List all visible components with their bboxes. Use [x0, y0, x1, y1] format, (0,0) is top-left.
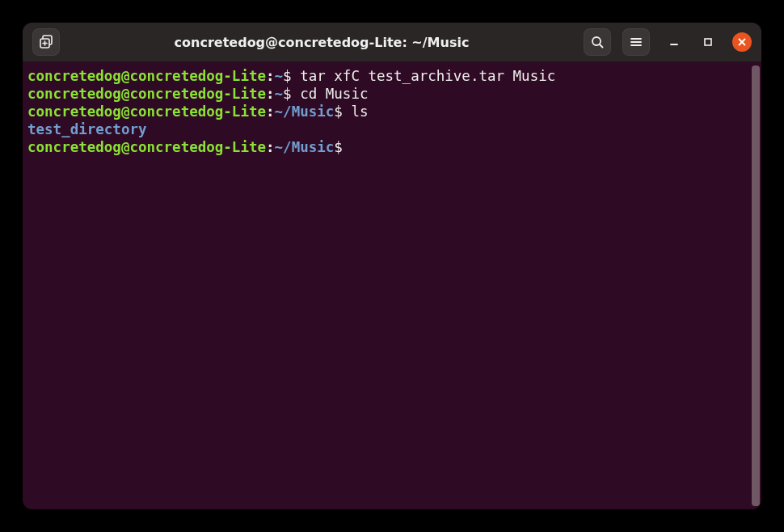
close-icon [738, 38, 746, 46]
prompt-dollar: $ [283, 68, 300, 84]
prompt-user-host: concretedog@concretedog-Lite [27, 86, 266, 102]
prompt-dollar: $ [334, 139, 351, 155]
prompt-user-host: concretedog@concretedog-Lite [27, 139, 266, 155]
titlebar: concretedog@concretedog-Lite: ~/Music [23, 23, 761, 62]
terminal-line: concretedog@concretedog-Lite:~/Music$ [27, 138, 748, 156]
terminal-line: test_directory [27, 120, 748, 138]
maximize-icon [703, 35, 713, 50]
prompt-path: ~/Music [275, 103, 335, 120]
command-text: tar xfC test_archive.tar Music [300, 68, 555, 84]
prompt-colon: : [266, 103, 275, 120]
prompt-user-host: concretedog@concretedog-Lite [27, 103, 266, 120]
maximize-button[interactable] [698, 32, 718, 52]
search-button[interactable] [584, 28, 611, 56]
directory-entry: test_directory [27, 121, 147, 137]
prompt-dollar: $ [283, 86, 300, 102]
svg-rect-9 [705, 39, 711, 45]
prompt-colon: : [266, 86, 275, 102]
menu-button[interactable] [622, 28, 650, 56]
terminal-line: concretedog@concretedog-Lite:~$ tar xfC … [27, 67, 748, 85]
minimize-icon [669, 35, 679, 50]
terminal-body: concretedog@concretedog-Lite:~$ tar xfC … [23, 62, 761, 509]
search-icon [591, 36, 604, 49]
window-controls [664, 32, 752, 52]
prompt-colon: : [266, 139, 275, 155]
prompt-path: ~ [275, 86, 284, 102]
new-tab-button[interactable] [32, 28, 60, 56]
svg-line-4 [600, 44, 603, 48]
new-tab-icon [39, 35, 53, 49]
prompt-user-host: concretedog@concretedog-Lite [27, 68, 266, 84]
prompt-path: ~/Music [275, 139, 335, 155]
prompt-path: ~ [275, 68, 284, 84]
terminal-output[interactable]: concretedog@concretedog-Lite:~$ tar xfC … [23, 62, 750, 509]
command-text: cd Music [300, 86, 368, 102]
command-text: ls [351, 103, 368, 120]
window-title: concretedog@concretedog-Lite: ~/Music [71, 35, 572, 50]
terminal-line: concretedog@concretedog-Lite:~/Music$ ls [27, 103, 748, 120]
hamburger-icon [630, 36, 643, 49]
scrollbar[interactable] [750, 62, 761, 509]
scrollbar-thumb[interactable] [752, 65, 760, 506]
minimize-button[interactable] [664, 32, 684, 52]
close-button[interactable] [732, 32, 752, 52]
terminal-window: concretedog@concretedog-Lite: ~/Music [23, 23, 761, 509]
terminal-line: concretedog@concretedog-Lite:~$ cd Music [27, 85, 748, 103]
prompt-dollar: $ [334, 103, 351, 120]
prompt-colon: : [266, 68, 275, 84]
